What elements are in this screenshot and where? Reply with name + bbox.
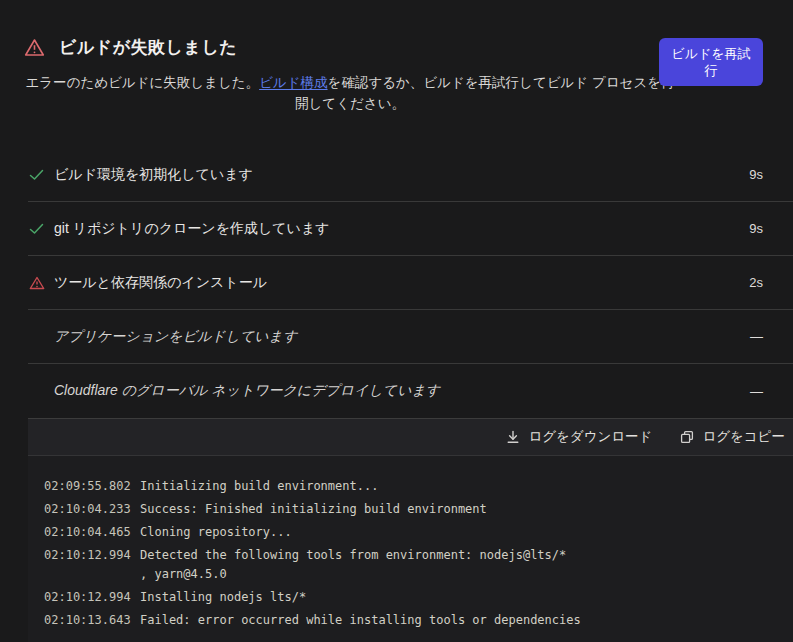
page-title: ビルドが失敗しました: [59, 36, 237, 59]
step-row-initialize[interactable]: ビルド環境を初期化しています 9s: [28, 148, 793, 202]
log-line: 02:09:55.802 Initializing build environm…: [44, 477, 783, 496]
step-duration: 9s: [749, 167, 763, 182]
step-row-install-tools[interactable]: ツールと依存関係のインストール 2s: [28, 256, 793, 310]
log-message: Failed: error occurred while installing …: [140, 611, 581, 630]
log-line: 02:10:12.994 Detected the following tool…: [44, 546, 783, 584]
error-warning-icon: [28, 276, 45, 290]
copy-log-label: ログをコピー: [702, 428, 785, 446]
log-timestamp: 02:10:12.994: [44, 588, 140, 607]
build-failure-description: エラーのためビルドに失敗しました。ビルド構成を確認するか、ビルドを再試行してビル…: [24, 72, 676, 114]
download-log-label: ログをダウンロード: [528, 428, 652, 446]
log-line: 02:10:13.643 Failed: error occurred whil…: [44, 611, 783, 630]
step-row-build-application[interactable]: アプリケーションをビルドしています —: [28, 310, 793, 364]
log-message: Success: Finished initializing build env…: [140, 500, 487, 519]
description-text-1: エラーのためビルドに失敗しました。: [25, 75, 259, 90]
step-row-clone[interactable]: git リポジトリのクローンを作成しています 9s: [28, 202, 793, 256]
build-config-link[interactable]: ビルド構成: [259, 75, 327, 90]
log-timestamp: 02:10:12.994: [44, 546, 140, 584]
check-icon: [28, 169, 45, 181]
check-icon: [28, 223, 45, 235]
step-duration: —: [750, 329, 763, 344]
log-message: Initializing build environment...: [140, 477, 378, 496]
build-log-panel[interactable]: 02:09:55.802 Initializing build environm…: [28, 456, 793, 642]
build-status-header: ビルドが失敗しました エラーのためビルドに失敗しました。ビルド構成を確認するか、…: [0, 0, 793, 114]
log-message: Installing nodejs lts/*: [140, 588, 306, 607]
step-label: Cloudflare のグローバル ネットワークにデプロイしています: [54, 382, 440, 400]
step-label: git リポジトリのクローンを作成しています: [54, 220, 330, 238]
log-line: 02:10:12.994 Installing nodejs lts/*: [44, 588, 783, 607]
header-title-row: ビルドが失敗しました: [24, 36, 765, 59]
description-text-2: を確認するか、ビルドを再試行してビルド プロセスを再開してください。: [295, 75, 674, 111]
step-duration: —: [750, 384, 763, 399]
build-detail-page: ビルドが失敗しました エラーのためビルドに失敗しました。ビルド構成を確認するか、…: [0, 0, 793, 642]
warning-triangle-icon: [24, 38, 45, 57]
build-steps-list: ビルド環境を初期化しています 9s git リポジトリのクローンを作成しています…: [28, 148, 793, 418]
step-label: ビルド環境を初期化しています: [54, 166, 253, 184]
log-timestamp: 02:10:13.643: [44, 611, 140, 630]
log-toolbar: ログをダウンロード ログをコピー: [28, 418, 793, 456]
copy-log-button[interactable]: ログをコピー: [680, 428, 785, 446]
retry-build-button[interactable]: ビルドを再試行: [659, 38, 763, 86]
step-label: アプリケーションをビルドしています: [54, 328, 297, 346]
download-log-button[interactable]: ログをダウンロード: [506, 428, 652, 446]
copy-icon: [680, 430, 694, 444]
step-duration: 9s: [749, 221, 763, 236]
download-icon: [506, 430, 520, 444]
log-timestamp: 02:10:04.233: [44, 500, 140, 519]
log-timestamp: 02:09:55.802: [44, 477, 140, 496]
log-timestamp: 02:10:04.465: [44, 523, 140, 542]
log-line: 02:10:04.233 Success: Finished initializ…: [44, 500, 783, 519]
log-message: Detected the following tools from enviro…: [140, 546, 566, 584]
log-line: 02:10:04.465 Cloning repository...: [44, 523, 783, 542]
step-duration: 2s: [749, 275, 763, 290]
step-label: ツールと依存関係のインストール: [54, 274, 267, 292]
log-message: Cloning repository...: [140, 523, 292, 542]
step-row-deploy[interactable]: Cloudflare のグローバル ネットワークにデプロイしています —: [28, 364, 793, 418]
